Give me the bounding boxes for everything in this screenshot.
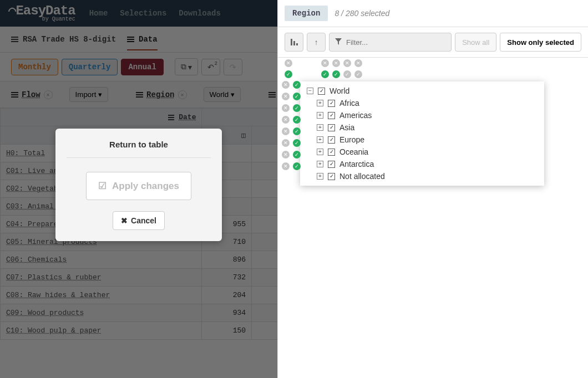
- deselect-icon[interactable]: ✕: [282, 104, 290, 112]
- return-modal: Return to table ☑ Apply changes ✖ Cancel: [55, 129, 222, 241]
- deselect-icon[interactable]: ✕: [282, 151, 290, 159]
- svg-rect-2: [296, 43, 298, 45]
- svg-rect-0: [291, 39, 292, 45]
- checkbox-checked-icon[interactable]: ✓: [328, 136, 335, 144]
- status-row: ✕ ✕ ✕ ✕ ✕: [278, 58, 588, 69]
- sort-asc-button[interactable]: ↑: [307, 33, 326, 52]
- tree-item-label: Oceania: [339, 147, 368, 156]
- checkbox-checked-icon[interactable]: ✓: [328, 124, 335, 131]
- tree-item[interactable]: +✓Africa: [300, 97, 544, 109]
- tree-item-label: Americas: [339, 111, 372, 120]
- select-icon[interactable]: ✓: [343, 70, 351, 78]
- filter-field[interactable]: [329, 33, 452, 52]
- deselect-icon[interactable]: ✕: [282, 81, 290, 89]
- select-icon[interactable]: ✓: [293, 93, 301, 100]
- checkbox-checked-icon[interactable]: ✓: [328, 112, 335, 119]
- tree-popup: − ✓ World +✓Africa+✓Americas+✓Asia+✓Euro…: [300, 81, 544, 186]
- collapse-icon[interactable]: −: [307, 88, 313, 94]
- tree-item-label: Europe: [339, 135, 364, 144]
- deselect-icon[interactable]: ✕: [343, 59, 351, 67]
- arrow-up-icon: ↑: [315, 38, 318, 47]
- checkbox-checked-icon[interactable]: ✓: [328, 100, 335, 107]
- expand-icon[interactable]: +: [317, 112, 323, 119]
- select-icon[interactable]: ✓: [354, 70, 362, 78]
- expand-icon[interactable]: +: [317, 173, 323, 180]
- cancel-label: Cancel: [131, 216, 156, 225]
- tree-item-label: Not allocated: [339, 172, 385, 181]
- tree-item[interactable]: +✓Not allocated: [300, 170, 544, 182]
- expand-icon[interactable]: +: [317, 100, 323, 106]
- select-icon[interactable]: ✓: [293, 127, 301, 135]
- tree-container: ✕✓ ✕✓ ✕✓ ✕✓ ✕✓ ✕✓ ✕✓ ✕✓ − ✓ World +✓Afri…: [278, 80, 588, 187]
- panel-toolbar: ↑ Show all Show only selected: [278, 27, 588, 58]
- checkbox-checked-icon[interactable]: ✓: [328, 149, 335, 156]
- select-icon[interactable]: ✓: [285, 70, 292, 78]
- select-icon[interactable]: ✓: [293, 139, 301, 147]
- filter-input[interactable]: [346, 38, 445, 47]
- show-all-button[interactable]: Show all: [455, 33, 496, 52]
- tree-item-label: Africa: [339, 99, 359, 108]
- deselect-icon[interactable]: ✕: [282, 139, 290, 147]
- svg-rect-1: [293, 41, 295, 45]
- checkbox-checked-icon[interactable]: ✓: [328, 173, 335, 180]
- deselect-icon[interactable]: ✕: [332, 59, 340, 67]
- deselect-icon[interactable]: ✕: [282, 93, 290, 100]
- checkbox-checked-icon[interactable]: ✓: [318, 88, 325, 95]
- show-selected-button[interactable]: Show only selected: [500, 33, 581, 52]
- select-icon[interactable]: ✓: [293, 81, 301, 89]
- cancel-button[interactable]: ✖ Cancel: [113, 211, 165, 230]
- panel-header: Region 8 / 280 selected: [278, 0, 588, 27]
- select-icon[interactable]: ✓: [293, 162, 301, 170]
- tree-item[interactable]: +✓Oceania: [300, 146, 544, 158]
- modal-title: Return to table: [67, 140, 211, 158]
- tree-root[interactable]: − ✓ World: [300, 85, 544, 97]
- deselect-icon[interactable]: ✕: [282, 127, 290, 135]
- deselect-icon[interactable]: ✕: [282, 162, 290, 170]
- tree-root-label: World: [330, 86, 349, 95]
- apply-changes-button[interactable]: ☑ Apply changes: [86, 172, 191, 200]
- tree-item[interactable]: +✓Europe: [300, 134, 544, 146]
- region-panel: Region 8 / 280 selected ↑ Show all Show …: [277, 0, 588, 378]
- tree-item-label: Asia: [339, 123, 354, 132]
- expand-icon[interactable]: +: [317, 149, 323, 155]
- sort-button[interactable]: [285, 33, 303, 52]
- checkbox-checked-icon[interactable]: ✓: [328, 161, 335, 168]
- panel-title: Region: [285, 6, 328, 21]
- tree-item[interactable]: +✓Americas: [300, 109, 544, 121]
- expand-icon[interactable]: +: [317, 161, 323, 167]
- deselect-icon[interactable]: ✕: [354, 59, 362, 67]
- select-icon[interactable]: ✓: [321, 70, 329, 78]
- deselect-icon[interactable]: ✕: [282, 116, 290, 124]
- deselect-icon[interactable]: ✕: [321, 59, 329, 67]
- check-icon: ☑: [98, 180, 107, 192]
- panel-count: 8 / 280 selected: [334, 9, 389, 18]
- filter-icon: [335, 38, 342, 47]
- close-icon: ✖: [121, 216, 128, 225]
- select-icon[interactable]: ✓: [293, 116, 301, 124]
- expand-icon[interactable]: +: [317, 136, 323, 143]
- status-row: ✓ ✓ ✓ ✓ ✓: [278, 69, 588, 80]
- select-icon[interactable]: ✓: [293, 104, 301, 112]
- apply-label: Apply changes: [112, 181, 179, 191]
- deselect-icon[interactable]: ✕: [285, 59, 292, 67]
- select-icon[interactable]: ✓: [293, 151, 301, 159]
- select-icon[interactable]: ✓: [332, 70, 340, 78]
- sort-icon: [290, 38, 298, 47]
- tree-side-dots: ✕✓ ✕✓ ✕✓ ✕✓ ✕✓ ✕✓ ✕✓ ✕✓: [282, 80, 301, 170]
- tree-item[interactable]: +✓Asia: [300, 121, 544, 134]
- tree-item[interactable]: +✓Antarctica: [300, 158, 544, 170]
- tree-item-label: Antarctica: [339, 160, 374, 168]
- expand-icon[interactable]: +: [317, 124, 323, 131]
